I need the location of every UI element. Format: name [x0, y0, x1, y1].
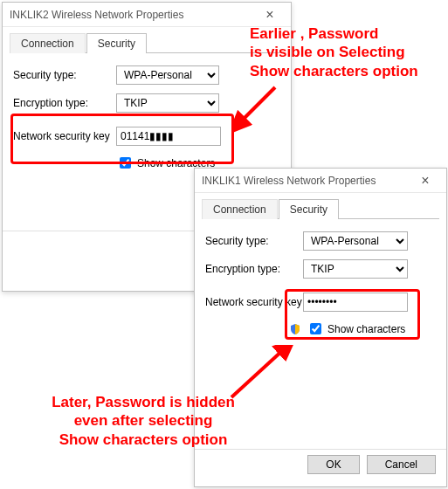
tab-security[interactable]: Security: [279, 199, 339, 219]
network-key-label: Network security key: [13, 130, 116, 142]
cancel-button[interactable]: Cancel: [367, 455, 436, 474]
annotation-earlier: Earlier , Password is visible on Selecti…: [250, 24, 446, 80]
close-icon[interactable]: ×: [408, 173, 443, 189]
dialog-title: INKLIK1 Wireless Network Properties: [202, 175, 376, 187]
titlebar: INKLIK2 Wireless Network Properties ×: [3, 3, 291, 27]
security-type-select[interactable]: WPA-Personal: [116, 65, 219, 85]
annotation-later: Later, Password is hidden even after sel…: [30, 393, 257, 449]
show-chars-checkbox[interactable]: [120, 157, 131, 169]
network-key-label: Network security key: [205, 296, 303, 308]
network-key-input[interactable]: [116, 127, 221, 146]
show-chars-label: Show characters: [327, 323, 405, 335]
security-form: Security type: WPA-Personal Encryption t…: [3, 53, 291, 178]
ok-button[interactable]: OK: [307, 455, 359, 474]
security-form: Security type: WPA-Personal Encryption t…: [195, 219, 446, 344]
dialog-title: INKLIK2 Wireless Network Properties: [10, 9, 183, 21]
network-key-input[interactable]: [303, 293, 408, 312]
tab-security[interactable]: Security: [86, 33, 147, 53]
shield-icon: [289, 323, 301, 335]
tab-connection[interactable]: Connection: [10, 33, 86, 53]
close-icon[interactable]: ×: [252, 7, 287, 23]
encryption-type-label: Encryption type:: [13, 97, 116, 109]
security-type-label: Security type:: [205, 235, 303, 247]
tab-connection[interactable]: Connection: [202, 199, 278, 219]
encryption-type-select[interactable]: TKIP: [116, 93, 219, 113]
security-type-select[interactable]: WPA-Personal: [303, 231, 408, 251]
encryption-type-label: Encryption type:: [205, 263, 303, 275]
security-type-label: Security type:: [13, 69, 116, 81]
tab-bar: Connection Security: [10, 32, 284, 53]
tab-bar: Connection Security: [202, 198, 439, 219]
encryption-type-select[interactable]: TKIP: [303, 259, 408, 279]
titlebar: INKLIK1 Wireless Network Properties ×: [195, 169, 446, 193]
dialog-buttons: OK Cancel: [195, 449, 446, 483]
show-chars-checkbox[interactable]: [310, 323, 321, 334]
